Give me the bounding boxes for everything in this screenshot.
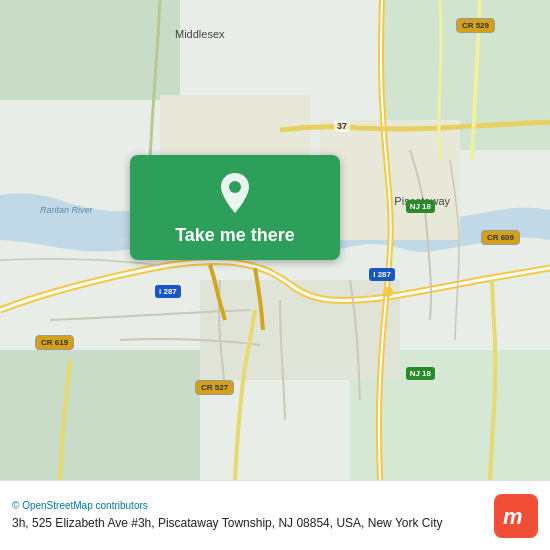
moovit-icon: m [494, 494, 538, 538]
location-pin-icon [217, 171, 253, 219]
cr527-shield: CR 527 [195, 380, 234, 395]
cr529-shield: CR 529 [456, 18, 495, 33]
nj18-shield-bottom: NJ 18 [406, 367, 435, 380]
take-me-there-label: Take me there [175, 225, 295, 246]
osm-credit: © OpenStreetMap contributors [12, 499, 494, 513]
address-text: 3h, 525 Elizabeth Ave #3h, Piscataway To… [12, 515, 494, 532]
i287-shield-right: I 287 [369, 268, 395, 281]
route37-label: 37 [334, 120, 350, 132]
take-me-there-button[interactable]: Take me there [130, 155, 340, 260]
info-bar: © OpenStreetMap contributors 3h, 525 Eli… [0, 480, 550, 550]
raritan-river-label: Raritan River [40, 205, 93, 215]
svg-rect-2 [0, 350, 200, 480]
moovit-logo: m [494, 494, 538, 538]
cr609-shield: CR 609 [481, 230, 520, 245]
i287-shield-left: I 287 [155, 285, 181, 298]
middlesex-label: Middlesex [175, 28, 225, 40]
svg-point-8 [383, 287, 393, 297]
map-container: Middlesex Piscataway Raritan River I 287… [0, 0, 550, 480]
nj18-shield-top: NJ 18 [406, 200, 435, 213]
svg-point-9 [229, 181, 241, 193]
cr619-shield: CR 619 [35, 335, 74, 350]
address-block: © OpenStreetMap contributors 3h, 525 Eli… [12, 499, 494, 532]
svg-text:m: m [503, 504, 523, 529]
svg-rect-1 [0, 0, 180, 100]
